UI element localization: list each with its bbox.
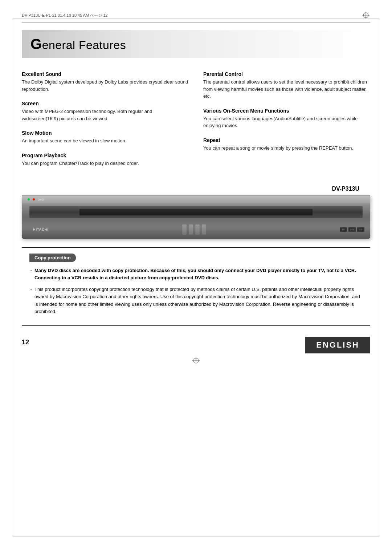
feature-slow-motion-title: Slow Motion xyxy=(22,130,189,136)
feature-repeat: Repeat You can repeat a song or movie si… xyxy=(203,137,370,152)
device-btn-4 xyxy=(202,224,206,235)
feature-screen-text: Video with MPEG-2 compression technology… xyxy=(22,108,189,122)
features-left-column: Excellent Sound The Dolby Digital system… xyxy=(22,71,189,175)
feature-slow-motion-text: An important scene can be viewed in slow… xyxy=(22,137,189,145)
copy-protection-bullet2-text: This product incorporates copyright prot… xyxy=(34,287,360,314)
device-led-red xyxy=(33,198,35,200)
device-model-label: DV-P313U xyxy=(22,186,370,192)
registration-crosshair xyxy=(362,11,370,20)
feature-slow-motion: Slow Motion An important scene can be vi… xyxy=(22,130,189,145)
device-logo-dts: DTS xyxy=(348,227,356,232)
feature-excellent-sound-text: The Dolby Digital system developed by Do… xyxy=(22,78,189,93)
device-logo-cd: CD xyxy=(357,227,364,232)
device-led-green xyxy=(28,198,30,200)
device-logos: DD DTS CD xyxy=(340,227,364,232)
feature-various-menu: Various On-Screen Menu Functions You can… xyxy=(203,108,370,129)
feature-parental-control: Parental Control The parental control al… xyxy=(203,71,370,100)
bottom-crosshair xyxy=(22,357,370,364)
bottom-area: 12 ENGLISH xyxy=(22,337,370,353)
copy-protection-label: Copy protection xyxy=(29,254,76,262)
copy-protection-section: Copy protection Many DVD discs are encod… xyxy=(22,247,370,326)
feature-program-playback-text: You can program Chapter/Track to play in… xyxy=(22,160,189,167)
title-rest: eneral Features xyxy=(42,39,126,52)
device-btn-1 xyxy=(182,224,187,235)
top-registration-area: DV-P313U-E-P1-21 01.4.10 10:45 AM ページ 12 xyxy=(22,11,370,23)
copy-protection-bullet1-text: Many DVD discs are encoded with copy pro… xyxy=(34,268,356,280)
feature-excellent-sound-title: Excellent Sound xyxy=(22,71,189,77)
device-section: DV-P313U DVD HITACHI DD DT xyxy=(22,186,370,239)
feature-parental-control-title: Parental Control xyxy=(203,71,370,77)
feature-various-menu-text: You can select various languages(Audio/S… xyxy=(203,115,370,129)
language-badge: ENGLISH xyxy=(305,337,370,353)
header-meta-text: DV-P313U-E-P1-21 01.4.10 10:45 AM ページ 12 xyxy=(22,13,362,18)
feature-program-playback-title: Program Playback xyxy=(22,153,189,158)
feature-program-playback: Program Playback You can program Chapter… xyxy=(22,153,189,167)
features-right-column: Parental Control The parental control al… xyxy=(203,71,370,175)
device-bottom-area: HITACHI DD DTS CD xyxy=(22,221,370,238)
device-brand-text: HITACHI xyxy=(28,228,49,231)
features-grid: Excellent Sound The Dolby Digital system… xyxy=(22,71,370,175)
title-bar: General Features xyxy=(22,30,370,58)
feature-screen: Screen Video with MPEG-2 compression tec… xyxy=(22,101,189,122)
feature-excellent-sound: Excellent Sound The Dolby Digital system… xyxy=(22,71,189,93)
device-controls xyxy=(182,224,206,235)
device-btn-2 xyxy=(189,224,193,235)
device-btn-3 xyxy=(195,224,200,235)
feature-parental-control-text: The parental control allows users to set… xyxy=(203,78,370,100)
feature-repeat-text: You can repeat a song or movie simply by… xyxy=(203,145,370,152)
feature-repeat-title: Repeat xyxy=(203,137,370,143)
device-dvd-logo: DVD xyxy=(38,198,44,201)
title-big-letter: G xyxy=(30,36,42,52)
copy-protection-bullet1: Many DVD discs are encoded with copy pro… xyxy=(29,267,363,281)
device-top-bar: DVD xyxy=(22,195,370,203)
feature-screen-title: Screen xyxy=(22,101,189,106)
device-disc-inner xyxy=(79,209,313,215)
device-disc-slot xyxy=(29,206,363,218)
feature-various-menu-title: Various On-Screen Menu Functions xyxy=(203,108,370,114)
page-title: General Features xyxy=(30,36,362,52)
page-number: 12 xyxy=(22,339,29,346)
copy-protection-bullet2: This product incorporates copyright prot… xyxy=(29,286,363,315)
device-logo-dolby: DD xyxy=(340,227,347,232)
device-image: DVD HITACHI DD DTS CD xyxy=(22,195,370,239)
